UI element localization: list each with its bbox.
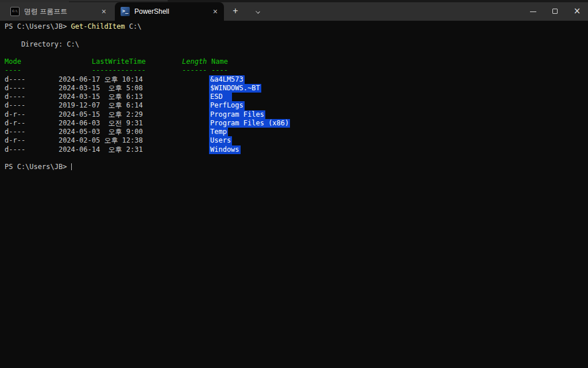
window-controls: × [523, 2, 588, 21]
tab-close-icon[interactable]: × [211, 7, 219, 16]
table-header-line: Mode LastWriteTimeLengthName [5, 57, 588, 66]
blank-line [5, 154, 588, 163]
row-directory-name: ESD [209, 93, 232, 101]
row-mode-date-time: d---- 2024-03-15 오후 5:08 [5, 84, 143, 92]
cmd-icon: C:\ [10, 7, 20, 16]
row-directory-name: PerfLogs [209, 101, 245, 110]
table-row: d---- 2024-06-14 오후 2:31Windows [5, 145, 588, 154]
blank-line [5, 49, 588, 57]
prompt-line: PS C:\Users\JB> [5, 163, 588, 171]
tab-command-prompt[interactable]: C:\ 명령 프롬프트 × [5, 2, 113, 21]
table-underline-line: ---- ----------------------- [5, 66, 588, 75]
maximize-button[interactable] [544, 2, 566, 21]
row-mode-date-time: d---- 2024-06-14 오후 2:31 [5, 145, 143, 154]
row-mode-date-time: d---- 2024-03-15 오후 6:13 [5, 93, 143, 101]
row-directory-name: Program Files (x86) [209, 119, 290, 128]
directory-text: Directory: C:\ [5, 40, 79, 48]
underline-length: ------ [182, 66, 207, 75]
minimize-button[interactable] [523, 2, 544, 21]
row-directory-name: &a4LM573 [209, 75, 245, 84]
row-mode-date-time: d---- 2024-06-17 오후 10:14 [5, 75, 143, 83]
row-directory-name: Temp [209, 128, 228, 136]
table-row: d-r-- 2024-05-15 오후 2:29Program Files [5, 110, 588, 119]
maximize-icon [552, 9, 558, 14]
tab-bar: C:\ 명령 프롬프트 × >_ PowerShell × + × [0, 2, 588, 21]
text-cursor [71, 163, 72, 170]
table-row: d-r-- 2024-02-05 오후 12:38Users [5, 136, 588, 145]
row-directory-name: Users [209, 136, 232, 145]
header-length: Length [182, 57, 207, 66]
tab-dropdown-button[interactable] [250, 2, 265, 21]
powershell-icon: >_ [121, 7, 130, 16]
row-mode-date-time: d-r-- 2024-06-03 오전 9:31 [5, 119, 143, 127]
row-mode-date-time: d-r-- 2024-02-05 오후 12:38 [5, 136, 143, 144]
terminal-output[interactable]: PS C:\Users\JB> Get-ChildItem C:\ Direct… [0, 21, 588, 368]
header-mode-lastwritetime: Mode LastWriteTime [5, 57, 146, 66]
row-mode-date-time: d-r-- 2024-05-15 오후 2:29 [5, 110, 143, 118]
row-directory-name: Program Files [209, 110, 265, 119]
underline-name: ---- [211, 66, 228, 75]
row-directory-name: $WINDOWS.~BT [209, 84, 261, 93]
tab-close-icon[interactable]: × [100, 7, 108, 16]
table-row: d---- 2024-06-17 오후 10:14&a4LM573 [5, 75, 588, 84]
directory-line: Directory: C:\ [5, 40, 588, 49]
row-mode-date-time: d---- 2019-12-07 오후 6:14 [5, 101, 143, 109]
new-tab-button[interactable]: + [226, 2, 245, 21]
tab-label: 명령 프롬프트 [24, 7, 100, 17]
table-row: d---- 2024-05-03 오후 9:00Temp [5, 128, 588, 136]
underline-mode-lastwritetime: ---- ------------- [5, 66, 146, 74]
table-row: d---- 2024-03-15 오후 6:13ESD [5, 93, 588, 101]
table-row: d---- 2019-12-07 오후 6:14PerfLogs [5, 101, 588, 110]
table-row: d---- 2024-03-15 오후 5:08$WINDOWS.~BT [5, 84, 588, 93]
table-row: d-r-- 2024-06-03 오전 9:31Program Files (x… [5, 119, 588, 128]
close-button[interactable]: × [566, 2, 588, 21]
header-name: Name [211, 57, 228, 66]
prompt-text: PS C:\Users\JB> [5, 163, 71, 171]
tab-powershell[interactable]: >_ PowerShell × [115, 2, 224, 21]
blank-line [5, 31, 588, 40]
row-mode-date-time: d---- 2024-05-03 오후 9:00 [5, 128, 143, 136]
command-line: PS C:\Users\JB> Get-ChildItem C:\ [5, 22, 588, 31]
command-args: C:\ [125, 22, 142, 30]
prompt-text: PS C:\Users\JB> [5, 22, 71, 30]
row-directory-name: Windows [209, 145, 241, 154]
tab-label: PowerShell [134, 7, 211, 16]
chevron-down-icon [256, 9, 260, 14]
minimize-icon [530, 12, 536, 12]
command-text: Get-ChildItem [71, 22, 125, 30]
